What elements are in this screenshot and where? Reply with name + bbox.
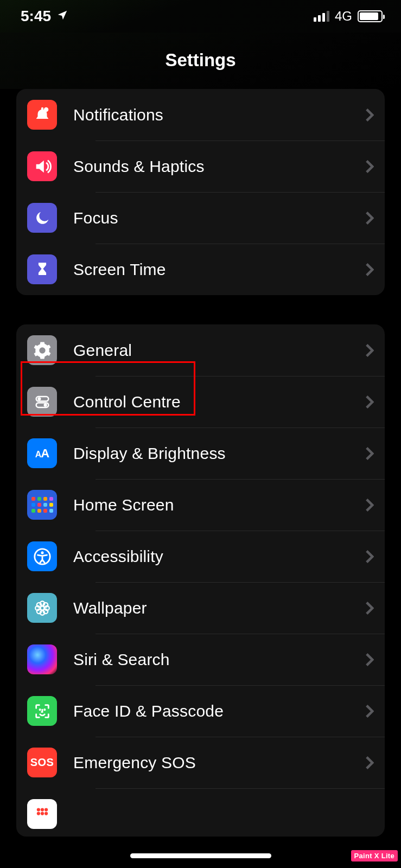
- row-label: Focus: [73, 209, 365, 227]
- home-indicator[interactable]: [130, 853, 271, 858]
- svg-point-0: [43, 107, 48, 112]
- status-time: 5:45: [21, 8, 51, 25]
- row-homescreen[interactable]: Home Screen: [16, 479, 385, 531]
- row-controlcentre[interactable]: Control Centre: [16, 376, 385, 427]
- chevron-right-icon: [365, 159, 374, 174]
- row-screentime[interactable]: Screen Time: [16, 244, 385, 295]
- hourglass-icon: [27, 254, 57, 284]
- row-label: Wallpaper: [73, 599, 365, 617]
- svg-point-21: [36, 812, 40, 815]
- health-icon: [27, 799, 57, 829]
- row-label: Sounds & Haptics: [73, 157, 365, 176]
- chevron-right-icon: [365, 446, 374, 461]
- settings-group-1: Notifications Sounds & Haptics Focus Scr…: [16, 89, 385, 295]
- row-notifications[interactable]: Notifications: [16, 89, 385, 141]
- row-label: Siri & Search: [73, 650, 365, 669]
- siri-icon: [27, 644, 57, 674]
- speaker-icon: [27, 151, 57, 181]
- chevron-right-icon: [365, 601, 374, 615]
- svg-point-18: [36, 808, 40, 811]
- switches-icon: [27, 387, 57, 417]
- svg-point-19: [40, 808, 43, 811]
- chevron-right-icon: [365, 108, 374, 122]
- row-label: Notifications: [73, 106, 365, 124]
- svg-point-2: [37, 397, 41, 400]
- flower-icon: [27, 593, 57, 623]
- chevron-right-icon: [365, 704, 374, 718]
- row-faceid[interactable]: Face ID & Passcode: [16, 685, 385, 737]
- chevron-right-icon: [365, 756, 374, 770]
- row-label: Control Centre: [73, 393, 365, 411]
- row-label: Home Screen: [73, 496, 365, 514]
- chevron-right-icon: [365, 263, 374, 277]
- row-label: Accessibility: [73, 547, 365, 566]
- row-accessibility[interactable]: Accessibility: [16, 531, 385, 582]
- row-partial[interactable]: [16, 788, 385, 837]
- row-label: Display & Brightness: [73, 444, 365, 463]
- svg-point-6: [41, 551, 43, 554]
- chevron-right-icon: [365, 343, 374, 358]
- faceid-icon: [27, 696, 57, 726]
- svg-point-4: [43, 403, 47, 406]
- svg-point-16: [40, 709, 40, 710]
- watermark: Paint X Lite: [351, 850, 398, 861]
- row-label: Screen Time: [73, 260, 365, 279]
- settings-group-2: General Control Centre AA Display & Brig…: [16, 324, 385, 837]
- accessibility-icon: [27, 541, 57, 571]
- moon-icon: [27, 203, 57, 233]
- chevron-right-icon: [365, 653, 374, 667]
- bell-icon: [27, 100, 57, 130]
- svg-point-22: [40, 812, 43, 815]
- row-sounds[interactable]: Sounds & Haptics: [16, 141, 385, 192]
- svg-point-20: [44, 808, 47, 811]
- signal-icon: [314, 11, 329, 22]
- chevron-right-icon: [365, 395, 374, 409]
- chevron-right-icon: [365, 498, 374, 512]
- battery-icon: [358, 10, 383, 22]
- network-label: 4G: [335, 9, 352, 24]
- page-title: Settings: [0, 33, 401, 89]
- row-general[interactable]: General: [16, 324, 385, 376]
- row-wallpaper[interactable]: Wallpaper: [16, 582, 385, 634]
- aa-icon: AA: [27, 438, 57, 468]
- gear-icon: [27, 335, 57, 365]
- chevron-right-icon: [365, 550, 374, 564]
- row-label: Face ID & Passcode: [73, 702, 365, 720]
- svg-point-17: [44, 709, 44, 710]
- sos-icon: SOS: [27, 748, 57, 777]
- svg-point-23: [44, 812, 47, 815]
- status-bar: 5:45 4G: [0, 0, 401, 33]
- row-label: General: [73, 341, 365, 360]
- row-sos[interactable]: SOS Emergency SOS: [16, 737, 385, 788]
- row-siri[interactable]: Siri & Search: [16, 634, 385, 685]
- row-focus[interactable]: Focus: [16, 192, 385, 244]
- homegrid-icon: [27, 490, 57, 520]
- row-display[interactable]: AA Display & Brightness: [16, 427, 385, 479]
- row-label: Emergency SOS: [73, 754, 365, 772]
- chevron-right-icon: [365, 211, 374, 225]
- location-icon: [56, 8, 68, 25]
